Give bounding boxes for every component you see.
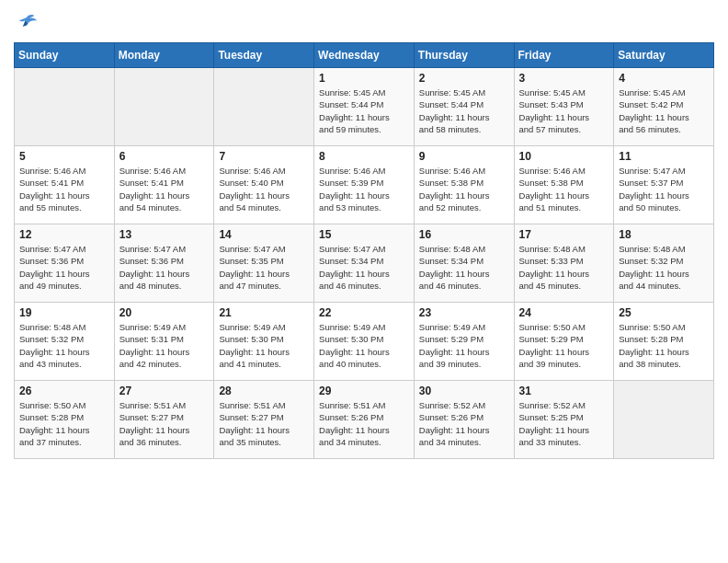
- day-number: 18: [619, 228, 709, 241]
- calendar-cell: 17Sunrise: 5:48 AM Sunset: 5:33 PM Dayli…: [514, 224, 614, 303]
- calendar-cell: 29Sunrise: 5:51 AM Sunset: 5:26 PM Dayli…: [314, 381, 415, 459]
- day-number: 25: [619, 306, 709, 319]
- calendar-cell: 19Sunrise: 5:48 AM Sunset: 5:32 PM Dayli…: [15, 303, 115, 381]
- day-info: Sunrise: 5:51 AM Sunset: 5:27 PM Dayligh…: [119, 399, 210, 448]
- header: [14, 9, 714, 35]
- calendar-cell: 21Sunrise: 5:49 AM Sunset: 5:30 PM Dayli…: [214, 303, 314, 381]
- calendar-cell: 22Sunrise: 5:49 AM Sunset: 5:30 PM Dayli…: [314, 303, 415, 381]
- day-number: 19: [19, 306, 109, 319]
- day-number: 2: [419, 72, 509, 85]
- calendar-cell: 25Sunrise: 5:50 AM Sunset: 5:28 PM Dayli…: [614, 303, 714, 381]
- day-number: 26: [19, 385, 109, 397]
- calendar-cell: 27Sunrise: 5:51 AM Sunset: 5:27 PM Dayli…: [114, 381, 214, 459]
- day-header-saturday: Saturday: [614, 43, 714, 68]
- day-number: 24: [519, 306, 609, 319]
- day-number: 9: [419, 150, 509, 163]
- calendar-cell: 6Sunrise: 5:46 AM Sunset: 5:41 PM Daylig…: [114, 146, 214, 224]
- day-info: Sunrise: 5:45 AM Sunset: 5:43 PM Dayligh…: [519, 86, 609, 135]
- day-info: Sunrise: 5:46 AM Sunset: 5:38 PM Dayligh…: [519, 165, 609, 213]
- calendar-cell: 28Sunrise: 5:51 AM Sunset: 5:27 PM Dayli…: [214, 381, 314, 459]
- day-number: 28: [219, 385, 309, 397]
- logo-bird-icon: [14, 9, 40, 35]
- calendar-cell: 24Sunrise: 5:50 AM Sunset: 5:29 PM Dayli…: [514, 303, 614, 381]
- day-number: 10: [519, 150, 609, 163]
- day-info: Sunrise: 5:46 AM Sunset: 5:39 PM Dayligh…: [319, 165, 409, 213]
- day-info: Sunrise: 5:52 AM Sunset: 5:25 PM Dayligh…: [519, 399, 609, 448]
- day-info: Sunrise: 5:46 AM Sunset: 5:41 PM Dayligh…: [119, 165, 210, 213]
- week-row-5: 26Sunrise: 5:50 AM Sunset: 5:28 PM Dayli…: [15, 381, 714, 459]
- day-info: Sunrise: 5:50 AM Sunset: 5:28 PM Dayligh…: [19, 399, 109, 448]
- day-number: 23: [419, 306, 509, 319]
- calendar-container: SundayMondayTuesdayWednesdayThursdayFrid…: [0, 0, 728, 473]
- day-info: Sunrise: 5:49 AM Sunset: 5:30 PM Dayligh…: [319, 321, 409, 370]
- day-header-friday: Friday: [514, 43, 614, 68]
- calendar-cell: 30Sunrise: 5:52 AM Sunset: 5:26 PM Dayli…: [414, 381, 514, 459]
- day-number: 13: [119, 228, 210, 241]
- day-info: Sunrise: 5:47 AM Sunset: 5:34 PM Dayligh…: [319, 243, 409, 292]
- day-number: 3: [519, 72, 609, 85]
- calendar-cell: 9Sunrise: 5:46 AM Sunset: 5:38 PM Daylig…: [414, 146, 514, 224]
- week-row-4: 19Sunrise: 5:48 AM Sunset: 5:32 PM Dayli…: [15, 303, 714, 381]
- calendar-cell: 20Sunrise: 5:49 AM Sunset: 5:31 PM Dayli…: [114, 303, 214, 381]
- day-info: Sunrise: 5:45 AM Sunset: 5:44 PM Dayligh…: [319, 86, 409, 135]
- day-info: Sunrise: 5:46 AM Sunset: 5:38 PM Dayligh…: [419, 165, 509, 213]
- day-number: 7: [219, 150, 309, 163]
- day-info: Sunrise: 5:47 AM Sunset: 5:37 PM Dayligh…: [619, 165, 709, 213]
- calendar-cell: 5Sunrise: 5:46 AM Sunset: 5:41 PM Daylig…: [15, 146, 115, 224]
- week-row-1: 1Sunrise: 5:45 AM Sunset: 5:44 PM Daylig…: [15, 68, 714, 146]
- day-number: 22: [319, 306, 409, 319]
- day-info: Sunrise: 5:48 AM Sunset: 5:32 PM Dayligh…: [19, 321, 109, 370]
- calendar-cell: 14Sunrise: 5:47 AM Sunset: 5:35 PM Dayli…: [214, 224, 314, 303]
- day-info: Sunrise: 5:47 AM Sunset: 5:36 PM Dayligh…: [119, 243, 210, 292]
- day-info: Sunrise: 5:49 AM Sunset: 5:29 PM Dayligh…: [419, 321, 509, 370]
- calendar-cell: 2Sunrise: 5:45 AM Sunset: 5:44 PM Daylig…: [414, 68, 514, 146]
- day-info: Sunrise: 5:51 AM Sunset: 5:26 PM Dayligh…: [319, 399, 409, 448]
- day-header-tuesday: Tuesday: [214, 43, 314, 68]
- day-info: Sunrise: 5:50 AM Sunset: 5:29 PM Dayligh…: [519, 321, 609, 370]
- day-info: Sunrise: 5:47 AM Sunset: 5:36 PM Dayligh…: [19, 243, 109, 292]
- calendar-cell: 4Sunrise: 5:45 AM Sunset: 5:42 PM Daylig…: [614, 68, 714, 146]
- calendar-cell: 11Sunrise: 5:47 AM Sunset: 5:37 PM Dayli…: [614, 146, 714, 224]
- day-info: Sunrise: 5:51 AM Sunset: 5:27 PM Dayligh…: [219, 399, 309, 448]
- calendar-cell: 18Sunrise: 5:48 AM Sunset: 5:32 PM Dayli…: [614, 224, 714, 303]
- day-info: Sunrise: 5:46 AM Sunset: 5:40 PM Dayligh…: [219, 165, 309, 213]
- header-row: SundayMondayTuesdayWednesdayThursdayFrid…: [15, 43, 714, 68]
- calendar-cell: 8Sunrise: 5:46 AM Sunset: 5:39 PM Daylig…: [314, 146, 415, 224]
- day-header-monday: Monday: [114, 43, 214, 68]
- calendar-cell: 10Sunrise: 5:46 AM Sunset: 5:38 PM Dayli…: [514, 146, 614, 224]
- day-number: 12: [19, 228, 109, 241]
- day-info: Sunrise: 5:52 AM Sunset: 5:26 PM Dayligh…: [419, 399, 509, 448]
- day-number: 6: [119, 150, 210, 163]
- day-number: 11: [619, 150, 709, 163]
- day-header-wednesday: Wednesday: [314, 43, 415, 68]
- day-number: 4: [619, 72, 709, 85]
- logo: [14, 9, 43, 35]
- day-info: Sunrise: 5:48 AM Sunset: 5:32 PM Dayligh…: [619, 243, 709, 292]
- day-number: 30: [419, 385, 509, 397]
- calendar-cell: [614, 381, 714, 459]
- day-number: 8: [319, 150, 409, 163]
- day-info: Sunrise: 5:46 AM Sunset: 5:41 PM Dayligh…: [19, 165, 109, 213]
- day-info: Sunrise: 5:50 AM Sunset: 5:28 PM Dayligh…: [619, 321, 709, 370]
- calendar-table: SundayMondayTuesdayWednesdayThursdayFrid…: [14, 42, 714, 459]
- calendar-cell: [114, 68, 214, 146]
- day-info: Sunrise: 5:47 AM Sunset: 5:35 PM Dayligh…: [219, 243, 309, 292]
- day-number: 21: [219, 306, 309, 319]
- week-row-3: 12Sunrise: 5:47 AM Sunset: 5:36 PM Dayli…: [15, 224, 714, 303]
- day-number: 1: [319, 72, 409, 85]
- calendar-cell: 23Sunrise: 5:49 AM Sunset: 5:29 PM Dayli…: [414, 303, 514, 381]
- day-info: Sunrise: 5:49 AM Sunset: 5:31 PM Dayligh…: [119, 321, 210, 370]
- calendar-cell: 3Sunrise: 5:45 AM Sunset: 5:43 PM Daylig…: [514, 68, 614, 146]
- day-info: Sunrise: 5:45 AM Sunset: 5:42 PM Dayligh…: [619, 86, 709, 135]
- day-info: Sunrise: 5:45 AM Sunset: 5:44 PM Dayligh…: [419, 86, 509, 135]
- calendar-cell: 7Sunrise: 5:46 AM Sunset: 5:40 PM Daylig…: [214, 146, 314, 224]
- calendar-cell: 1Sunrise: 5:45 AM Sunset: 5:44 PM Daylig…: [314, 68, 415, 146]
- day-number: 17: [519, 228, 609, 241]
- day-number: 14: [219, 228, 309, 241]
- day-info: Sunrise: 5:49 AM Sunset: 5:30 PM Dayligh…: [219, 321, 309, 370]
- calendar-cell: 13Sunrise: 5:47 AM Sunset: 5:36 PM Dayli…: [114, 224, 214, 303]
- calendar-cell: 15Sunrise: 5:47 AM Sunset: 5:34 PM Dayli…: [314, 224, 415, 303]
- week-row-2: 5Sunrise: 5:46 AM Sunset: 5:41 PM Daylig…: [15, 146, 714, 224]
- day-number: 27: [119, 385, 210, 397]
- day-number: 31: [519, 385, 609, 397]
